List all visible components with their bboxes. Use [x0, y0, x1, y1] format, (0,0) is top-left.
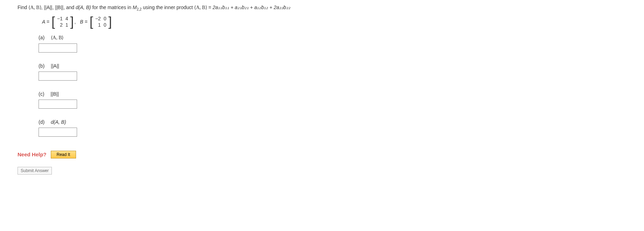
part-d: (d) d(A, B) [39, 119, 626, 137]
b-r2c2: 0 [104, 22, 107, 28]
prompt-item1: ⟨A, B⟩ [28, 5, 41, 10]
part-a-label: ⟨A, B⟩ [51, 35, 63, 40]
question-prompt: Find ⟨A, B⟩, ||A||, ||B||, and d(A, B) f… [18, 4, 626, 12]
read-it-button[interactable]: Read It [51, 151, 76, 158]
part-a: (a) ⟨A, B⟩ [39, 35, 626, 53]
part-d-letter: (d) [39, 119, 44, 125]
part-c-label: ||B|| [50, 91, 59, 97]
matrix-definitions: A = [ −1 4 2 1 ] , B = [ −2 0 1 0 ] [42, 15, 626, 28]
part-c: (c) ||B|| [39, 91, 626, 109]
need-help-label: Need Help? [18, 151, 47, 157]
matrix-comma: , [74, 19, 76, 25]
matrix-a-label: A = [42, 19, 49, 25]
part-a-letter: (a) [39, 35, 44, 40]
ip-eq: = [208, 5, 213, 10]
part-b-label: ||A|| [51, 63, 59, 69]
part-d-label: d(A, B) [51, 119, 66, 125]
part-c-input[interactable] [39, 100, 77, 109]
prompt-item2: ||A|| [44, 5, 52, 10]
part-d-input[interactable] [39, 128, 77, 137]
a-r2c2: 1 [66, 22, 68, 28]
space-sub: 2,2 [137, 7, 142, 11]
need-help-section: Need Help? Read It [18, 151, 626, 158]
matrix-b: [ −2 0 1 0 ] [90, 15, 112, 28]
prompt-item3: ||B|| [55, 5, 63, 10]
b-r2c1: 1 [95, 22, 101, 28]
submit-answer-button[interactable]: Submit Answer [18, 167, 52, 175]
part-b: (b) ||A|| [39, 63, 626, 81]
ip-rhs: 2a₁₁b₁₁ + a₂₁b₂₁ + a₁₂b₁₂ + 2a₂₂b₂₂ [213, 5, 290, 10]
ip-lhs: ⟨A, B⟩ [194, 5, 207, 10]
matrix-b-label: B = [80, 19, 87, 25]
submit-section: Submit Answer [18, 167, 626, 175]
b-r1c1: −2 [95, 16, 101, 21]
space-symbol: M [133, 5, 137, 10]
prompt-mid2: using the inner product [143, 5, 194, 10]
b-r1c2: 0 [104, 16, 107, 21]
a-r1c2: 4 [66, 16, 68, 21]
a-r1c1: −1 [57, 16, 63, 21]
a-r2c1: 2 [57, 22, 63, 28]
matrix-a: [ −1 4 2 1 ] [52, 15, 74, 28]
part-b-input[interactable] [39, 72, 77, 81]
part-b-letter: (b) [39, 63, 44, 69]
prompt-item4: d(A, B) [76, 5, 91, 10]
part-a-input[interactable] [39, 43, 77, 53]
part-c-letter: (c) [39, 91, 44, 97]
prompt-mid: for the matrices in [92, 5, 132, 10]
prompt-prefix: Find [18, 5, 28, 10]
